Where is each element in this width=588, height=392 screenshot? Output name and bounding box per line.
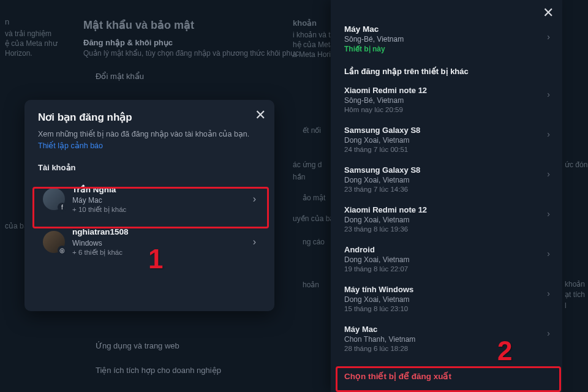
session-device-name: Samsung Galaxy S8 — [344, 165, 550, 175]
sessions-list: Xiaomi Redmi note 12Sông-Bé, VietnamHôm … — [344, 80, 550, 392]
account-name: nghiatran1508 — [72, 227, 246, 238]
session-device-name: Xiaomi Redmi note 12 — [344, 205, 550, 214]
session-row[interactable]: Samsung Galaxy S8Dong Xoai, Vietnam23 th… — [344, 159, 550, 199]
session-time: 19 tháng 8 lúc 22:07 — [344, 265, 550, 273]
session-location: Chon Thanh, Vietnam — [344, 335, 550, 344]
session-location: Sông-Bé, Vietnam — [344, 96, 550, 105]
annotation-number-2: 2 — [497, 336, 512, 366]
session-location: Dong Xoai, Vietnam — [344, 136, 550, 145]
bg-security-title: Mật khẩu và bảo mật — [83, 17, 194, 34]
chevron-right-icon: › — [253, 236, 256, 247]
session-time: Hôm nay lúc 20:59 — [344, 106, 550, 113]
bg-change-password: Đổi mật khẩu — [96, 70, 144, 83]
modal-title: Nơi bạn đăng nhập — [38, 111, 261, 124]
modal-subtitle: Xem những thiết bị nào đã đăng nhập vào … — [38, 129, 261, 152]
bg-login-recovery-desc: Quản lý mật khẩu, tùy chọn đăng nhập và … — [83, 48, 301, 59]
chevron-right-icon: › — [547, 89, 550, 99]
account-device: Máy Mac — [72, 195, 246, 205]
chevron-right-icon: › — [547, 249, 550, 258]
session-row[interactable]: Máy MacChon Thanh, Vietnam28 tháng 6 lúc… — [344, 318, 550, 358]
current-device-name: Máy Mac — [344, 24, 550, 34]
other-sessions-header: Lần đăng nhập trên thiết bị khác — [344, 67, 550, 76]
annotation-number-1: 1 — [148, 244, 163, 274]
chevron-right-icon: › — [253, 194, 256, 205]
session-time: 23 tháng 7 lúc 14:36 — [344, 186, 550, 193]
chevron-right-icon: › — [547, 288, 550, 298]
avatar: f — [43, 188, 65, 210]
session-row[interactable]: Xiaomi Redmi note 12Dong Xoai, Vietnam23… — [344, 199, 550, 239]
chevron-right-icon: › — [547, 209, 550, 219]
session-location: Dong Xoai, Vietnam — [344, 255, 550, 264]
account-row-tran-nghia[interactable]: f Trần Nghĩa Máy Mac + 10 thiết bị khác … — [38, 178, 261, 221]
close-icon[interactable]: ✕ — [255, 108, 266, 122]
chevron-right-icon: › — [547, 129, 550, 139]
device-sessions-panel: ✕ Máy Mac Sông-Bé, Vietnam Thiết bị này … — [331, 0, 562, 392]
session-location: Dong Xoai, Vietnam — [344, 295, 550, 304]
avatar: ◎ — [43, 231, 65, 253]
account-more-devices: + 10 thiết bị khác — [72, 205, 246, 215]
facebook-icon: f — [58, 203, 67, 212]
this-device-label: Thiết bị này — [344, 45, 550, 53]
session-time: 24 tháng 7 lúc 00:51 — [344, 146, 550, 153]
session-row[interactable]: Xiaomi Redmi note 12Sông-Bé, VietnamHôm … — [344, 80, 550, 119]
session-device-name: Máy Mac — [344, 325, 550, 334]
accounts-section-header: Tài khoản — [38, 163, 261, 172]
session-device-name: Xiaomi Redmi note 12 — [344, 86, 550, 95]
choose-device-logout-button[interactable]: Chọn thiết bị để đăng xuất — [331, 360, 562, 392]
account-name: Trần Nghĩa — [72, 184, 246, 195]
bg-login-recovery: Đăng nhập & khôi phục — [83, 37, 173, 49]
session-location: Dong Xoai, Vietnam — [344, 176, 550, 184]
instagram-icon: ◎ — [58, 246, 67, 255]
session-location: Dong Xoai, Vietnam — [344, 216, 550, 224]
where-logged-in-modal: ✕ Nơi bạn đăng nhập Xem những thiết bị n… — [24, 100, 274, 311]
session-row[interactable]: AndroidDong Xoai, Vietnam19 tháng 8 lúc … — [344, 239, 550, 279]
session-time: 28 tháng 6 lúc 18:28 — [344, 345, 550, 352]
session-time: 23 tháng 8 lúc 19:36 — [344, 225, 550, 233]
session-row[interactable]: Samsung Galaxy S8Dong Xoai, Vietnam24 th… — [344, 119, 550, 159]
close-icon[interactable]: ✕ — [543, 6, 554, 20]
session-device-name: Android — [344, 245, 550, 254]
session-device-name: Máy tính Windows — [344, 285, 550, 294]
chevron-right-icon: › — [547, 32, 550, 42]
current-device-location: Sông-Bé, Vietnam — [344, 35, 550, 43]
chevron-right-icon: › — [547, 328, 550, 338]
setup-alerts-link[interactable]: Thiết lập cảnh báo — [38, 141, 103, 150]
session-time: 15 tháng 8 lúc 23:10 — [344, 305, 550, 312]
current-device-row[interactable]: Máy Mac Sông-Bé, Vietnam Thiết bị này › — [344, 21, 550, 62]
session-row[interactable]: Máy tính WindowsDong Xoai, Vietnam15 thá… — [344, 279, 550, 318]
chevron-right-icon: › — [547, 169, 550, 179]
session-device-name: Samsung Galaxy S8 — [344, 126, 550, 135]
